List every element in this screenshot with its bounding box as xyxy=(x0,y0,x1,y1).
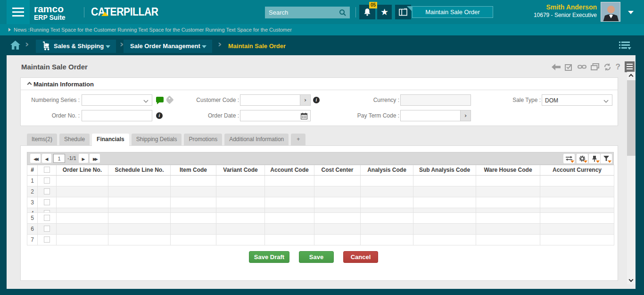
tab-shedule[interactable]: Shedule xyxy=(59,134,90,145)
ramco-logo-line2: ERP Suite xyxy=(34,14,66,21)
caterpillar-triangle-icon xyxy=(101,12,108,16)
row-checkbox[interactable] xyxy=(44,226,50,232)
grid-row-1: 1 xyxy=(27,176,614,186)
home-icon[interactable] xyxy=(10,41,20,50)
order-no-input[interactable] xyxy=(82,110,152,121)
caterpillar-logo: CATERPILLAR xyxy=(91,6,158,18)
breadcrumb-menu-sale-order-management[interactable]: Sale Order Management xyxy=(124,40,212,53)
tab-additional-information[interactable]: Additional Information xyxy=(224,134,289,145)
pager-prev-button[interactable]: ◀ xyxy=(42,154,51,163)
lookup-icon[interactable]: › xyxy=(300,95,310,105)
sale-type-select[interactable]: DOM xyxy=(542,94,612,106)
row-checkbox[interactable] xyxy=(44,177,50,184)
grid-row-7: 7 xyxy=(27,235,614,245)
hamburger-menu-button[interactable] xyxy=(7,0,30,24)
grid-transfer-button[interactable] xyxy=(563,154,575,163)
link-icon[interactable] xyxy=(578,63,586,70)
scrollbar-thumb[interactable] xyxy=(627,80,636,156)
order-no-info-icon[interactable]: i xyxy=(156,112,163,119)
search-input[interactable] xyxy=(269,7,335,18)
currency-label: Currency : xyxy=(324,94,399,106)
col-header-item-code[interactable]: Item Code xyxy=(171,165,216,175)
pager-next-button[interactable]: ▶ xyxy=(79,154,88,163)
checkbox-icon[interactable] xyxy=(565,63,573,71)
grid-row-6: 6 xyxy=(27,224,614,235)
col-header-sub-analysis[interactable]: Sub Analysis Code xyxy=(413,165,476,175)
pager-page-info: -1/1 xyxy=(67,155,76,161)
order-date-input[interactable] xyxy=(240,110,311,121)
tab-financials[interactable]: Financials xyxy=(92,134,129,147)
col-header-account-code[interactable]: Account Code xyxy=(265,165,314,175)
col-header-variant-code[interactable]: Variant Code xyxy=(216,165,265,175)
col-header-schedule-line[interactable]: Schedule Line No. xyxy=(108,165,171,175)
header-divider2 xyxy=(355,7,356,17)
scroll-up-icon[interactable] xyxy=(629,74,634,79)
breadcrumb: › Sales & Shipping › Sale Order Manageme… xyxy=(0,35,644,55)
screen-list-icon[interactable] xyxy=(619,42,631,50)
save-draft-button[interactable]: Save Draft xyxy=(249,251,289,263)
scroll-down-icon[interactable] xyxy=(629,278,634,282)
active-screen-label: Maintain Sale Order xyxy=(413,8,493,16)
breadcrumb-current: Maintain Sale Order xyxy=(228,42,286,50)
document-toolbar: ? xyxy=(552,61,635,72)
col-header-account-currency[interactable]: Account Currency xyxy=(540,165,614,175)
pager-page-input[interactable]: 1 xyxy=(53,154,65,163)
row-checkbox[interactable] xyxy=(44,236,50,243)
chevron-down-icon xyxy=(144,98,149,103)
pay-term-input[interactable]: › xyxy=(400,110,471,121)
col-header-cost-center[interactable]: Cost Center xyxy=(314,165,361,175)
grid-filter-button[interactable] xyxy=(601,154,612,163)
col-header-analysis-code[interactable]: Analysis Code xyxy=(361,165,413,175)
top-bar: ramco ERP Suite CATERPILLAR 05 ★ Maintai… xyxy=(0,0,644,24)
tab-add[interactable]: + xyxy=(291,134,305,145)
grid-pin-button[interactable] xyxy=(589,154,600,163)
notifications-button[interactable]: 05 xyxy=(359,5,375,19)
user-role: 10679 - Senior Executive xyxy=(534,12,597,18)
lookup-icon2[interactable]: › xyxy=(460,110,471,121)
tab-bar: Items(2) Shedule Financials Shipping Det… xyxy=(27,134,305,147)
user-menu-caret-icon[interactable] xyxy=(628,11,634,14)
col-header-order-line[interactable]: Order Line No. xyxy=(57,165,108,175)
row-checkbox[interactable] xyxy=(44,188,50,194)
numbering-series-select[interactable] xyxy=(82,94,152,106)
content-area: Maintain Sale Order ? Maintain Informati… xyxy=(7,55,636,289)
avatar[interactable] xyxy=(601,2,620,22)
save-button[interactable]: Save xyxy=(299,251,334,263)
pager-first-button[interactable]: ◀◀ xyxy=(30,154,41,163)
calendar-icon[interactable] xyxy=(301,113,307,119)
maintain-information-panel: Maintain Information Numbering Series : … xyxy=(20,77,618,126)
copy-window-icon[interactable] xyxy=(591,63,599,70)
refresh-icon[interactable] xyxy=(603,63,611,71)
favorites-button[interactable]: ★ xyxy=(377,5,392,19)
back-icon[interactable] xyxy=(552,64,561,70)
col-header-select[interactable] xyxy=(38,165,57,175)
breadcrumb-menu-sales-shipping[interactable]: Sales & Shipping xyxy=(36,40,116,53)
pager-last-button[interactable]: ▶▶ xyxy=(90,154,100,163)
grid-settings-button[interactable] xyxy=(577,154,588,163)
breadcrumb-level1-label: Sales & Shipping xyxy=(54,40,104,53)
vertical-scrollbar[interactable] xyxy=(627,72,636,284)
tab-shipping-detials[interactable]: Shipping Detials xyxy=(132,134,182,145)
comment-icon[interactable] xyxy=(156,97,164,102)
section-header[interactable]: Maintain Information xyxy=(21,78,618,90)
col-header-warehouse[interactable]: Ware House Code xyxy=(476,165,540,175)
tab-items[interactable]: Items(2) xyxy=(27,134,57,145)
active-screen-box[interactable]: Maintain Sale Order xyxy=(412,6,493,18)
news-ticker: News : Running Text Space for the Custom… xyxy=(0,24,644,35)
row-checkbox[interactable] xyxy=(44,199,50,205)
row-checkbox[interactable] xyxy=(44,215,50,221)
header-checkbox[interactable] xyxy=(44,167,50,173)
help-icon[interactable]: ? xyxy=(616,62,620,72)
numbering-series-label: Numbering Series : xyxy=(4,94,80,106)
currency-input xyxy=(400,94,471,106)
financials-grid: # Order Line No. Schedule Line No. Item … xyxy=(27,165,614,245)
cart-icon xyxy=(41,42,51,51)
cancel-button[interactable]: Cancel xyxy=(343,251,378,263)
search-icon[interactable] xyxy=(339,9,347,17)
news-label: News : xyxy=(14,24,30,35)
order-date-label: Order Date : xyxy=(164,110,239,121)
tab-promotions[interactable]: Promotions xyxy=(184,134,222,145)
page-menu-button[interactable] xyxy=(625,61,635,72)
customer-code-info-icon[interactable]: i xyxy=(313,97,320,103)
customer-code-input[interactable]: › xyxy=(240,94,311,106)
